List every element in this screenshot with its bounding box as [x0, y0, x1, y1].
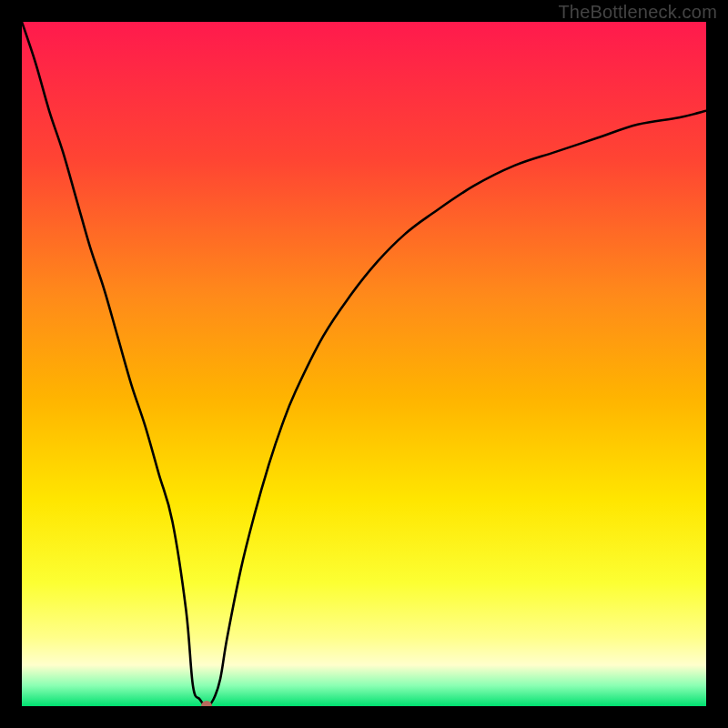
- plot-area: [22, 22, 706, 706]
- chart-svg: [22, 22, 706, 706]
- chart-frame: TheBottleneck.com: [0, 0, 728, 728]
- watermark-label: TheBottleneck.com: [558, 2, 717, 23]
